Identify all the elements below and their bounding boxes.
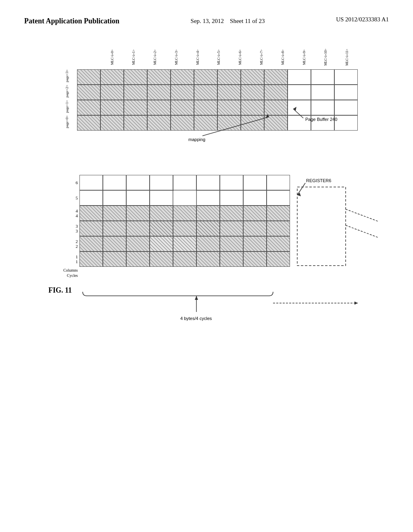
lower-svg: REGISTER6 4 bytes/4 cycles	[55, 175, 413, 336]
register6-arrow	[297, 183, 305, 195]
figure-label: FIG. 11	[48, 286, 413, 295]
sheet-info: Sheet 11 of 23	[230, 18, 265, 24]
mapping-arrowhead	[266, 114, 269, 118]
dashed-line1	[346, 209, 378, 221]
upper-diagram: MLC<i+0> MLC<i+1> MLC<i+2> MLC<i+3> MLC<…	[55, 46, 358, 171]
dashed-line2	[346, 225, 378, 237]
register6-border	[297, 187, 346, 266]
upper-svg: mapping Page Buffer 240	[55, 46, 358, 151]
page-buffer-arrow	[293, 109, 303, 118]
mapping-label: mapping	[188, 137, 205, 142]
dashed-arrow-head	[355, 301, 358, 305]
page-buffer-label: Page Buffer 240	[305, 117, 337, 122]
mapping-arrow-line	[202, 117, 269, 136]
patent-number: US 2012/0233383 A1	[336, 16, 389, 23]
register6-label: REGISTER6	[306, 178, 331, 183]
date: Sep. 13, 2012	[191, 18, 224, 24]
bytes-arrowhead	[195, 296, 198, 300]
publication-info: Sep. 13, 2012 Sheet 11 of 23	[191, 16, 265, 26]
main-content: MLC<i+0> MLC<i+1> MLC<i+2> MLC<i+3> MLC<…	[0, 26, 413, 327]
patent-title: Patent Application Publication	[24, 16, 119, 26]
lower-diagram: 6 5	[55, 175, 358, 278]
page-header: Patent Application Publication Sep. 13, …	[0, 0, 413, 26]
bytes-label: 4 bytes/4 cycles	[180, 316, 212, 321]
